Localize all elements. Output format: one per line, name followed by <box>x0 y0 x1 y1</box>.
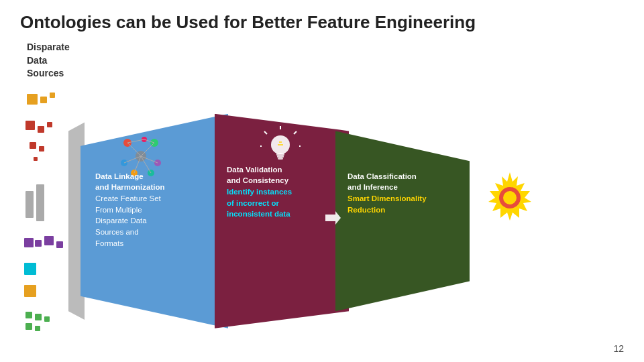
svg-line-8 <box>127 143 141 156</box>
blue-section-text: Data Linkage and Harmonization Create Fe… <box>95 171 209 249</box>
funnel-outer: Data Linkage and Harmonization Create Fe… <box>80 114 496 328</box>
svg-line-9 <box>141 143 154 156</box>
maroon-line1: Identify instances <box>227 186 341 198</box>
green-line1: Smart Dimensionality <box>347 193 465 204</box>
page-number: 12 <box>613 343 624 354</box>
maroon-header: Data Validation <box>227 164 341 176</box>
svg-rect-23 <box>277 156 284 158</box>
blue-line2: From Multiple <box>95 204 209 216</box>
funnel-arrow <box>322 208 342 228</box>
green-section-text: Data Classification and Inference Smart … <box>347 171 465 216</box>
main-area: Data Linkage and Harmonization Create Fe… <box>20 87 624 349</box>
svg-rect-24 <box>278 158 283 160</box>
blue-line5: Formats <box>95 238 209 249</box>
subtitle-line3: Sources <box>27 68 64 78</box>
sunburst-icon <box>483 171 537 227</box>
blue-line3: Disparate Data <box>95 215 209 227</box>
maroon-subheader: and Consistency <box>227 175 341 186</box>
blue-line4: Sources and <box>95 227 209 238</box>
green-header: Data Classification <box>347 171 465 182</box>
svg-marker-30 <box>325 211 341 225</box>
green-line2: Reduction <box>347 204 465 216</box>
blue-subheader: and Harmonization <box>95 182 209 193</box>
svg-line-19 <box>264 131 267 134</box>
slide: Ontologies can be Used for Better Featur… <box>0 0 644 362</box>
subtitle-line2: Data <box>27 55 47 66</box>
funnel-container: Data Linkage and Harmonization Create Fe… <box>80 87 624 349</box>
blue-line1: Create Feature Set <box>95 193 209 204</box>
blue-header: Data Linkage <box>95 171 209 182</box>
slide-title: Ontologies can be Used for Better Featur… <box>20 12 624 33</box>
section-green <box>335 114 470 328</box>
svg-rect-22 <box>276 153 284 156</box>
svg-line-17 <box>294 131 297 134</box>
green-subheader: and Inference <box>347 182 465 193</box>
subtitle-line1: Disparate <box>27 42 70 52</box>
svg-point-29 <box>503 191 517 204</box>
subtitle: Disparate Data Sources <box>27 41 624 80</box>
